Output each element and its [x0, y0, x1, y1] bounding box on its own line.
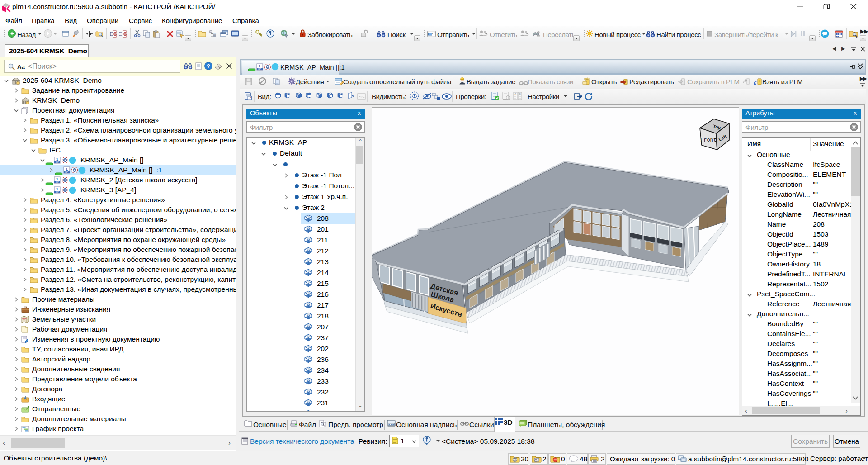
svg-text:?: ?	[207, 63, 210, 70]
svg-text:IFC: IFC	[65, 171, 69, 174]
svg-text:1: 1	[56, 177, 58, 181]
svg-text:Б: Б	[519, 93, 521, 96]
svg-text:Front: Front	[700, 137, 717, 143]
svg-text:A: A	[514, 93, 517, 96]
svg-text:IFC: IFC	[56, 191, 59, 194]
svg-text:1: 1	[66, 167, 68, 171]
svg-text:1: 1	[56, 187, 58, 191]
svg-text:IFC: IFC	[56, 161, 59, 164]
svg-text:1: 1	[259, 64, 261, 68]
svg-text:IFC: IFC	[56, 181, 59, 184]
svg-text:IFC: IFC	[258, 68, 262, 71]
svg-text:1: 1	[56, 157, 58, 161]
